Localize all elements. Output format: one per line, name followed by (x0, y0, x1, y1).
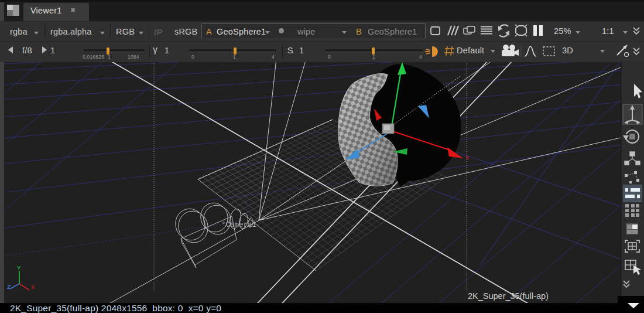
svg-text:°Camera1: °Camera1 (221, 221, 256, 229)
svg-text:x: x (465, 154, 470, 161)
svg-text:X: X (31, 284, 35, 291)
svg-text:2K_Super_35(full-ap): 2K_Super_35(full-ap) (468, 291, 549, 301)
svg-text:Z: Z (7, 284, 11, 291)
svg-text:Y: Y (17, 265, 21, 272)
